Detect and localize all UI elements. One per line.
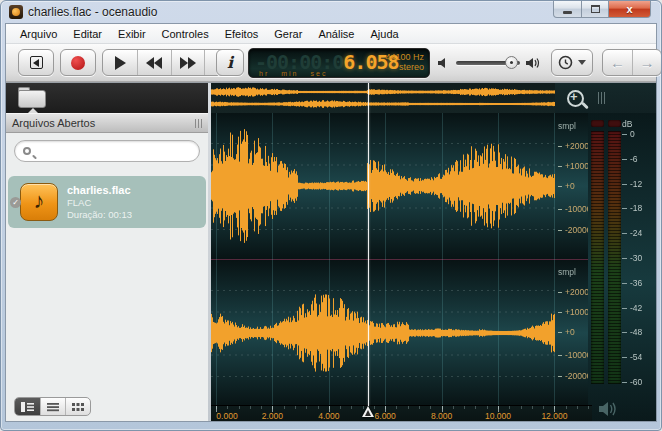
db-18: -18 bbox=[622, 203, 642, 213]
search-input[interactable] bbox=[37, 145, 191, 157]
play-button[interactable] bbox=[103, 50, 137, 75]
ruler-6: 6.000 bbox=[375, 411, 396, 421]
view-details-button[interactable] bbox=[15, 398, 40, 415]
ch1-scale-unit: smpl bbox=[558, 121, 576, 131]
search-icon bbox=[23, 147, 31, 155]
fast-forward-icon bbox=[180, 57, 196, 69]
monitor-speaker-icon[interactable] bbox=[598, 400, 620, 418]
menu-analise[interactable]: Análise bbox=[310, 26, 362, 42]
rewind-icon bbox=[146, 57, 162, 69]
waveform-canvas[interactable] bbox=[211, 113, 592, 406]
db-24: -24 bbox=[622, 228, 642, 238]
format-readout: 44100 Hz stereo bbox=[385, 52, 424, 72]
music-note-icon: ♪ bbox=[34, 188, 45, 214]
file-name: charlies.flac bbox=[67, 183, 132, 197]
zoom-tools bbox=[555, 83, 656, 113]
sidebar-tab-strip bbox=[6, 83, 208, 113]
record-button[interactable] bbox=[60, 49, 96, 76]
window-title: charlies.flac - ocenaudio bbox=[28, 5, 157, 19]
db-54: -54 bbox=[622, 352, 642, 362]
time-ruler[interactable]: 0.000 2.000 4.000 6.000 8.000 10.000 12.… bbox=[211, 405, 592, 421]
ruler-8: 8.000 bbox=[431, 411, 452, 421]
clip-led-right bbox=[608, 120, 621, 127]
forward-button[interactable]: → bbox=[632, 50, 661, 75]
db-42: -42 bbox=[622, 303, 642, 313]
open-files-tab[interactable] bbox=[18, 87, 46, 108]
file-meta: charlies.flac FLAC Duração: 00:13 bbox=[67, 183, 132, 221]
db-60: -60 bbox=[622, 377, 642, 387]
meter-bar-right bbox=[608, 131, 621, 384]
go-to-start-icon bbox=[30, 56, 43, 69]
close-button[interactable]: x bbox=[609, 1, 651, 18]
channel-mode: stereo bbox=[385, 62, 424, 72]
file-list-item[interactable]: ✓ ♪ charlies.flac FLAC Duração: 00:13 bbox=[8, 176, 206, 228]
playhead[interactable] bbox=[368, 83, 369, 406]
menu-controles[interactable]: Controles bbox=[154, 26, 217, 42]
titlebar[interactable]: charlies.flac - ocenaudio x bbox=[5, 1, 657, 23]
ch1-scale-m10000: -10000 bbox=[558, 204, 591, 214]
arrow-right-icon: → bbox=[640, 54, 655, 71]
volume-control bbox=[438, 52, 542, 72]
sidebar-panel-header: Arquivos Abertos bbox=[6, 113, 208, 133]
unit-min: min bbox=[281, 70, 298, 77]
back-button[interactable]: ← bbox=[603, 50, 632, 75]
menubar: Arquivo Editar Exibir Controles Efeitos … bbox=[6, 24, 656, 44]
playhead-marker[interactable] bbox=[362, 406, 374, 417]
ruler-12: 12.000 bbox=[541, 411, 567, 421]
play-icon bbox=[115, 56, 126, 70]
zoom-in-icon[interactable] bbox=[567, 90, 584, 107]
overview-waveform[interactable] bbox=[211, 83, 555, 113]
ruler-10: 10.000 bbox=[485, 411, 511, 421]
menu-editar[interactable]: Editar bbox=[65, 26, 110, 42]
speaker-high-icon bbox=[526, 56, 542, 70]
menu-ajuda[interactable]: Ajuda bbox=[362, 26, 406, 42]
details-view-icon bbox=[21, 402, 34, 412]
panel-grip-icon[interactable] bbox=[195, 119, 202, 128]
file-duration: Duração: 00:13 bbox=[67, 209, 132, 221]
db-30: -30 bbox=[622, 253, 642, 263]
db-6: -6 bbox=[622, 154, 638, 164]
db-0: 0 bbox=[622, 129, 635, 139]
meter-bar-left bbox=[591, 131, 604, 384]
grid-view-icon bbox=[72, 402, 84, 412]
ruler-0: 0.000 bbox=[216, 411, 237, 421]
time-units: hrminsec bbox=[259, 70, 339, 77]
minimize-button[interactable] bbox=[553, 1, 582, 18]
ch2-scale-m10000: -10000 bbox=[558, 350, 591, 360]
menu-efeitos[interactable]: Efeitos bbox=[217, 26, 267, 42]
volume-slider-knob[interactable] bbox=[505, 56, 518, 69]
rewind-button[interactable] bbox=[137, 50, 171, 75]
time-display[interactable]: -00:00:06.058 hrminsec 44100 Hz stereo bbox=[248, 48, 430, 78]
view-grid-button[interactable] bbox=[65, 398, 90, 415]
menu-arquivo[interactable]: Arquivo bbox=[12, 26, 65, 42]
zoom-grip-icon[interactable] bbox=[598, 92, 605, 104]
maximize-button[interactable] bbox=[582, 1, 609, 18]
db-unit: dB bbox=[622, 119, 632, 129]
tab-notch bbox=[28, 108, 38, 113]
menu-exibir[interactable]: Exibir bbox=[110, 26, 154, 42]
panel-title: Arquivos Abertos bbox=[12, 117, 95, 129]
history-nav-group: ← → bbox=[602, 49, 662, 76]
info-button[interactable]: i bbox=[216, 49, 244, 76]
info-icon: i bbox=[227, 53, 233, 72]
db-48: -48 bbox=[622, 327, 642, 337]
view-mode-switch bbox=[14, 397, 91, 416]
fast-forward-button[interactable] bbox=[171, 50, 205, 75]
menu-gerar[interactable]: Gerar bbox=[266, 26, 310, 42]
time-format-button[interactable] bbox=[551, 49, 593, 76]
ruler-2: 2.000 bbox=[262, 411, 283, 421]
go-to-start-button[interactable] bbox=[18, 49, 54, 76]
editor-content: smpl +20000 +10000 +0 -10000 -20000 smpl… bbox=[211, 83, 656, 421]
level-meters: dB 0 -6 -12 -18 -24 -30 -36 -42 -48 -54 … bbox=[588, 113, 656, 421]
file-format: FLAC bbox=[67, 197, 132, 209]
app-window: charlies.flac - ocenaudio x Arquivo Edit… bbox=[0, 0, 662, 431]
ch2-scale-zero: +0 bbox=[558, 327, 575, 337]
sidebar: Arquivos Abertos ✓ ♪ charlies.flac FLAC bbox=[6, 83, 208, 421]
ch1-scale-zero: +0 bbox=[558, 181, 575, 191]
view-list-button[interactable] bbox=[40, 398, 65, 415]
close-icon: x bbox=[626, 3, 632, 15]
record-icon bbox=[71, 56, 85, 70]
waveform-plot: smpl +20000 +10000 +0 -10000 -20000 smpl… bbox=[211, 113, 592, 406]
db-36: -36 bbox=[622, 278, 642, 288]
client-area: Arquivo Editar Exibir Controles Efeitos … bbox=[5, 23, 657, 422]
